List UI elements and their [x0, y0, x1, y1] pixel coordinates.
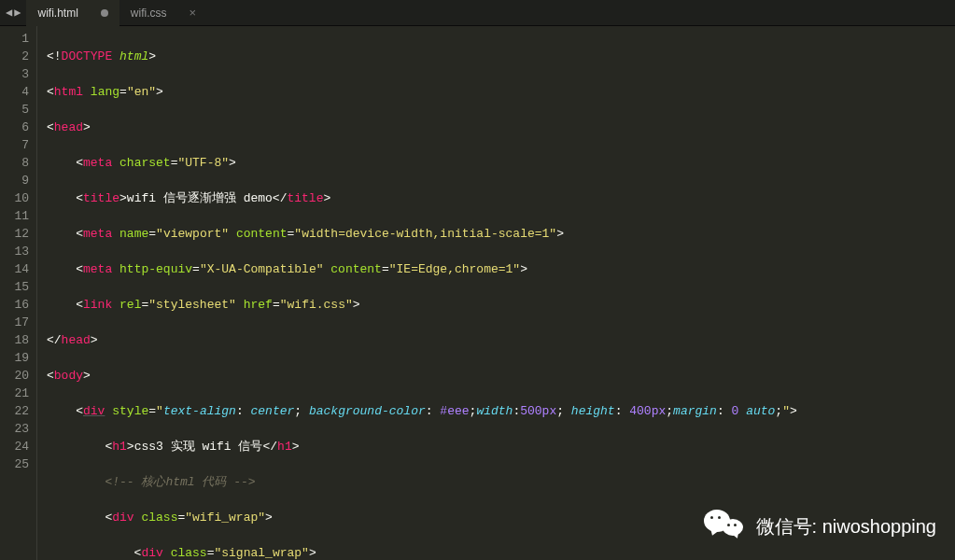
- tab-wifi-css[interactable]: wifi.css ×: [119, 0, 207, 26]
- line-number: 9: [0, 172, 29, 189]
- code-line: <body>: [47, 367, 955, 385]
- nav-forward-icon[interactable]: ▶: [14, 6, 21, 20]
- editor: 1 2 3 4 5 6 7 8 9 10 11 12 13 14 15 16 1…: [0, 26, 955, 560]
- code-line: <h1>css3 实现 wifi 信号</h1>: [47, 438, 955, 455]
- dirty-indicator-icon: [101, 9, 108, 17]
- line-number: 21: [0, 385, 29, 402]
- line-number: 13: [0, 243, 29, 260]
- line-number: 20: [0, 367, 29, 385]
- line-number: 22: [0, 402, 29, 420]
- line-number: 25: [0, 455, 29, 473]
- code-line: </head>: [47, 331, 955, 349]
- line-number: 18: [0, 331, 29, 349]
- line-number: 1: [0, 30, 29, 48]
- line-number: 2: [0, 48, 29, 65]
- code-line: <!-- 核心html 代码 -->: [47, 473, 955, 491]
- line-number: 5: [0, 101, 29, 119]
- code-line: <!DOCTYPE html>: [47, 48, 955, 65]
- line-number: 14: [0, 260, 29, 278]
- tab-label: wifi.css: [131, 7, 167, 20]
- code-line: <div style="text-align: center; backgrou…: [47, 402, 955, 420]
- code-line: <head>: [47, 119, 955, 136]
- line-number: 7: [0, 136, 29, 154]
- line-number: 3: [0, 65, 29, 83]
- code-area[interactable]: <!DOCTYPE html> <html lang="en"> <head> …: [37, 26, 955, 560]
- line-number: 8: [0, 154, 29, 172]
- line-number: 4: [0, 83, 29, 101]
- code-line: <html lang="en">: [47, 83, 955, 101]
- tab-wifi-html[interactable]: wifi.html: [26, 0, 119, 26]
- code-line: <meta name="viewport" content="width=dev…: [47, 225, 955, 243]
- line-number: 23: [0, 420, 29, 438]
- tab-bar: ◀ ▶ wifi.html wifi.css ×: [0, 0, 955, 26]
- wechat-icon: [704, 510, 747, 543]
- gutter: 1 2 3 4 5 6 7 8 9 10 11 12 13 14 15 16 1…: [0, 26, 37, 560]
- line-number: 24: [0, 438, 29, 455]
- nav-arrows: ◀ ▶: [0, 6, 26, 20]
- code-line: <title>wifi 信号逐渐增强 demo</title>: [47, 189, 955, 207]
- watermark: 微信号: niwoshopping: [704, 510, 936, 543]
- line-number: 10: [0, 189, 29, 207]
- line-number: 17: [0, 314, 29, 331]
- close-icon[interactable]: ×: [189, 6, 196, 20]
- line-number: 11: [0, 207, 29, 225]
- code-line: <meta charset="UTF-8">: [47, 154, 955, 172]
- watermark-text: 微信号: niwoshopping: [756, 514, 936, 539]
- line-number: 12: [0, 225, 29, 243]
- line-number: 19: [0, 349, 29, 367]
- code-line: <div class="signal_wrap">: [47, 544, 955, 560]
- nav-back-icon[interactable]: ◀: [6, 6, 12, 20]
- line-number: 6: [0, 119, 29, 136]
- code-line: <link rel="stylesheet" href="wifi.css">: [47, 296, 955, 314]
- tab-label: wifi.html: [37, 7, 77, 20]
- line-number: 16: [0, 296, 29, 314]
- line-number: 15: [0, 278, 29, 296]
- code-line: <meta http-equiv="X-UA-Compatible" conte…: [47, 260, 955, 278]
